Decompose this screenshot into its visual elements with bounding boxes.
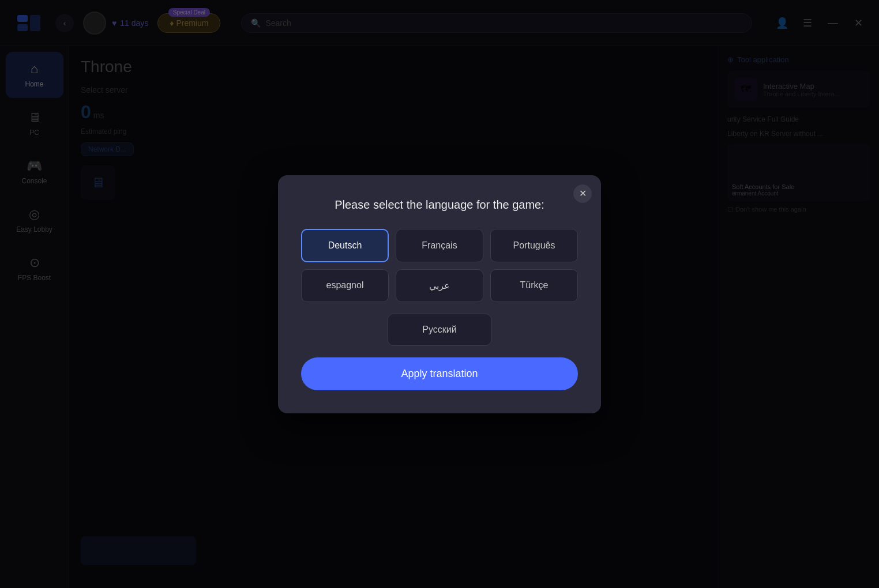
- close-icon: ✕: [579, 188, 587, 199]
- lang-label-portugues: Português: [513, 240, 555, 250]
- lang-button-arabi[interactable]: عربي: [396, 269, 483, 302]
- lang-label-francais: Français: [422, 240, 457, 250]
- lang-button-deutsch[interactable]: Deutsch: [301, 229, 389, 262]
- app-root: { "app": { "title": "Gaming App" }, "top…: [0, 0, 879, 588]
- language-modal: ✕ Please select the language for the gam…: [278, 175, 601, 413]
- apply-translation-button[interactable]: Apply translation: [301, 357, 578, 390]
- lang-button-portugues[interactable]: Português: [490, 229, 578, 262]
- lang-label-russian: Русский: [422, 325, 456, 334]
- single-language-row: Русский: [301, 314, 578, 346]
- modal-title: Please select the language for the game:: [301, 198, 578, 212]
- lang-button-espagnol[interactable]: espagnol: [301, 269, 389, 302]
- lang-button-turkce[interactable]: Türkçe: [490, 269, 578, 302]
- lang-button-francais[interactable]: Français: [396, 229, 483, 262]
- lang-button-russian[interactable]: Русский: [388, 314, 491, 346]
- lang-label-arabi: عربي: [429, 281, 450, 291]
- modal-close-button[interactable]: ✕: [573, 184, 592, 203]
- lang-label-deutsch: Deutsch: [328, 240, 362, 250]
- language-grid: Deutsch Français Português espagnol عربي…: [301, 229, 578, 302]
- modal-overlay: ✕ Please select the language for the gam…: [0, 0, 879, 588]
- lang-label-turkce: Türkçe: [520, 280, 549, 290]
- lang-label-espagnol: espagnol: [326, 280, 364, 290]
